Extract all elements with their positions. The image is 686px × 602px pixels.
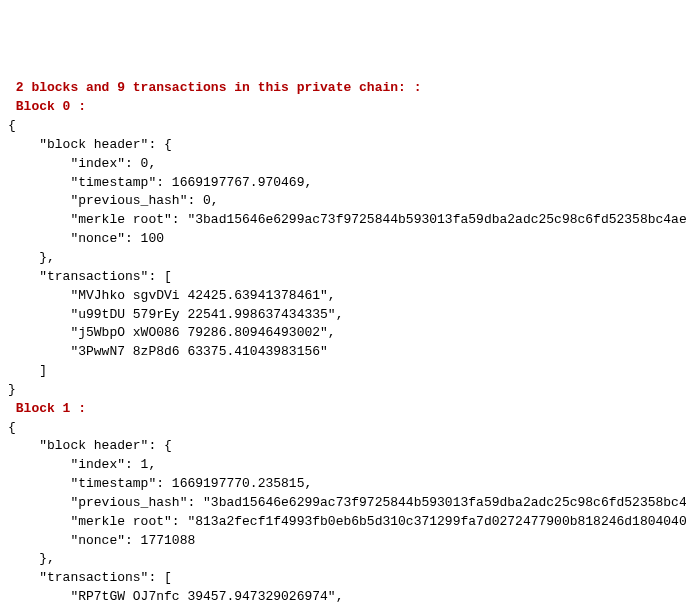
blocks-container: Block 0 : { "block header": { "index": 0… [8,98,678,602]
block-label: Block 1 : [8,401,86,416]
block-label: Block 0 : [8,99,86,114]
title-line: 2 blocks and 9 transactions in this priv… [8,80,429,95]
